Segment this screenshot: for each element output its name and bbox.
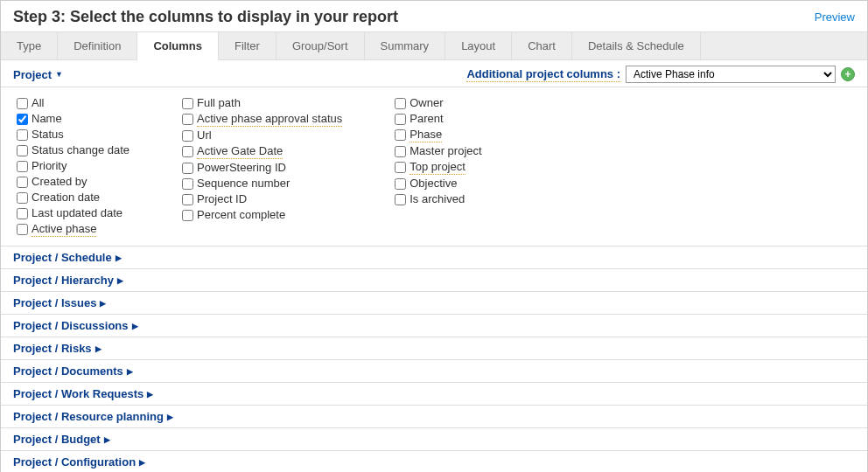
section-label: Project / Work Requests <box>13 387 144 400</box>
checkbox-label[interactable]: PowerSteering ID <box>197 161 286 175</box>
checkbox-url[interactable] <box>182 130 193 142</box>
checkbox-label[interactable]: Url <box>197 128 212 142</box>
checkbox-active-gate-date[interactable] <box>182 146 193 157</box>
checkbox-created-by[interactable] <box>17 177 28 188</box>
section-project-budget[interactable]: Project / Budget▶ <box>1 427 867 450</box>
checkbox-label[interactable]: Status change date <box>32 143 130 157</box>
project-dropdown[interactable]: Project ▼ <box>13 68 63 81</box>
checkbox-all[interactable] <box>17 98 28 109</box>
section-project-risks[interactable]: Project / Risks▶ <box>1 337 867 359</box>
section-project-work-requests[interactable]: Project / Work Requests▶ <box>1 382 867 405</box>
checkbox-master-project[interactable] <box>395 146 406 157</box>
section-label: Project / Risks <box>13 342 92 355</box>
checkbox-full-path[interactable] <box>182 98 193 109</box>
checkbox-label[interactable]: Created by <box>32 175 88 189</box>
checkbox-owner[interactable] <box>395 98 406 109</box>
checkbox-last-updated-date[interactable] <box>17 208 28 219</box>
checkbox-active-phase-approval-status[interactable] <box>182 114 193 125</box>
section-project-schedule[interactable]: Project / Schedule▶ <box>1 246 867 268</box>
subheader: Project ▼ Additional project columns : A… <box>1 60 867 87</box>
checkbox-label[interactable]: Parent <box>410 112 443 126</box>
check-item: Created by <box>17 175 130 189</box>
checkbox-label[interactable]: Creation date <box>32 191 100 205</box>
checkbox-label[interactable]: Status <box>32 128 64 142</box>
checkbox-label[interactable]: Percent complete <box>197 208 285 222</box>
checkbox-label[interactable]: Project ID <box>197 192 247 206</box>
checkbox-label[interactable]: Phase <box>410 128 442 142</box>
chevron-right-icon: ▶ <box>147 390 153 399</box>
checkbox-label[interactable]: Top project <box>410 160 466 175</box>
checkbox-label[interactable]: Owner <box>410 96 443 110</box>
checkbox-label[interactable]: Sequence number <box>197 177 290 191</box>
check-item: Is archived <box>395 192 481 206</box>
checkbox-label[interactable]: Last updated date <box>32 206 122 220</box>
checkbox-label[interactable]: Is archived <box>410 192 465 206</box>
check-item: Sequence number <box>182 177 342 191</box>
checkbox-priority[interactable] <box>17 161 28 172</box>
tab-chart[interactable]: Chart <box>512 32 572 59</box>
checkbox-top-project[interactable] <box>395 162 406 173</box>
check-item: All <box>17 96 130 110</box>
column-1: Full pathActive phase approval statusUrl… <box>182 96 342 237</box>
tab-details-schedule[interactable]: Details & Schedule <box>572 32 701 59</box>
checkbox-project-id[interactable] <box>182 194 193 205</box>
section-project-configuration[interactable]: Project / Configuration▶ <box>1 450 867 472</box>
checkbox-phase[interactable] <box>395 129 406 141</box>
tab-layout[interactable]: Layout <box>445 32 512 59</box>
tab-definition[interactable]: Definition <box>58 32 137 59</box>
check-item: Owner <box>395 96 481 110</box>
checkbox-label[interactable]: Active Gate Date <box>197 144 283 159</box>
checkbox-label[interactable]: Objective <box>410 177 457 191</box>
check-item: Objective <box>395 177 481 191</box>
tab-filter[interactable]: Filter <box>219 32 276 59</box>
checkbox-parent[interactable] <box>395 114 406 125</box>
checkbox-is-archived[interactable] <box>395 194 406 205</box>
checkbox-status-change-date[interactable] <box>17 145 28 156</box>
checkbox-label[interactable]: Active phase approval status <box>197 112 342 127</box>
sections-list: Project / Schedule▶Project / Hierarchy▶P… <box>1 246 867 472</box>
tab-type[interactable]: Type <box>1 32 58 59</box>
checkbox-percent-complete[interactable] <box>182 210 193 221</box>
section-label: Project / Configuration <box>13 455 136 469</box>
checkbox-label[interactable]: All <box>32 96 44 110</box>
checkbox-status[interactable] <box>17 129 28 141</box>
page-title: Step 3: Select the columns to display in… <box>13 8 398 26</box>
checkbox-label[interactable]: Name <box>32 112 62 126</box>
checkbox-sequence-number[interactable] <box>182 178 193 190</box>
tab-columns[interactable]: Columns <box>137 32 219 60</box>
tab-group-sort[interactable]: Group/Sort <box>276 32 365 59</box>
checkbox-label[interactable]: Full path <box>197 96 241 110</box>
section-label: Project / Budget <box>13 433 101 446</box>
section-project-resource-planning[interactable]: Project / Resource planning▶ <box>1 405 867 427</box>
columns-area: AllNameStatusStatus change datePriorityC… <box>1 87 867 246</box>
chevron-right-icon: ▶ <box>127 367 133 376</box>
checkbox-label[interactable]: Priority <box>32 159 66 173</box>
additional-columns-label: Additional project columns : <box>466 67 620 82</box>
check-item: Active phase <box>17 222 130 237</box>
checkbox-objective[interactable] <box>395 178 406 190</box>
caret-down-icon: ▼ <box>55 70 63 79</box>
check-item: Top project <box>395 160 481 175</box>
checkbox-powersteering-id[interactable] <box>182 163 193 174</box>
section-label: Project / Schedule <box>13 251 112 264</box>
tab-summary[interactable]: Summary <box>365 32 446 59</box>
section-project-discussions[interactable]: Project / Discussions▶ <box>1 314 867 337</box>
checkbox-label[interactable]: Active phase <box>32 222 96 237</box>
check-item: Last updated date <box>17 206 130 220</box>
check-item: PowerSteering ID <box>182 161 342 175</box>
section-project-documents[interactable]: Project / Documents▶ <box>1 359 867 382</box>
check-item: Status change date <box>17 143 130 157</box>
check-item: Parent <box>395 112 481 126</box>
checkbox-active-phase[interactable] <box>17 224 28 235</box>
section-project-hierarchy[interactable]: Project / Hierarchy▶ <box>1 268 867 291</box>
chevron-right-icon: ▶ <box>139 458 145 467</box>
additional-columns-select[interactable]: Active Phase info <box>626 66 836 83</box>
preview-link[interactable]: Preview <box>815 10 855 24</box>
checkbox-label[interactable]: Master project <box>410 144 481 158</box>
chevron-right-icon: ▶ <box>117 276 123 285</box>
section-project-issues[interactable]: Project / Issues▶ <box>1 291 867 314</box>
check-item: Url <box>182 128 342 142</box>
add-column-button[interactable]: + <box>841 67 855 81</box>
checkbox-creation-date[interactable] <box>17 192 28 204</box>
checkbox-name[interactable] <box>17 114 28 125</box>
